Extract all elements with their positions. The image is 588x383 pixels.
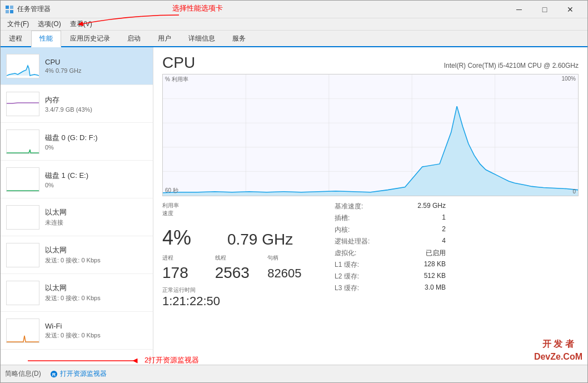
memory-sidebar-info: 内存 3.4/7.9 GB (43%) <box>45 95 147 113</box>
sidebar-item-wifi[interactable]: Wi-Fi 发送: 0 接收: 0 Kbps <box>1 312 153 350</box>
sidebar-item-disk1[interactable]: 磁盘 1 (C: E:) 0% <box>1 161 153 198</box>
right-stat-label-5: L1 缓存: <box>335 260 359 270</box>
thread-label: 线程 <box>215 254 266 262</box>
cpu-sidebar-info: CPU 4% 0.79 GHz <box>45 58 147 74</box>
cpu-panel: CPU Intel(R) Core(TM) i5-4210M CPU @ 2.6… <box>153 47 587 365</box>
eth1-sidebar-subtitle: 发送: 0 接收: 0 Kbps <box>45 256 147 265</box>
right-stat-value-4: 已启用 <box>426 248 446 258</box>
eth0-mini-chart <box>6 205 39 230</box>
menu-file[interactable]: 文件(F) <box>3 18 33 30</box>
eth1-sidebar-info: 以太网 发送: 0 接收: 0 Kbps <box>45 245 147 265</box>
brief-info-label[interactable]: 简略信息(D) <box>5 369 41 379</box>
svg-rect-11 <box>7 319 39 342</box>
thread-value: 2563 <box>215 264 266 282</box>
disk1-sidebar-title: 磁盘 1 (C: E:) <box>45 171 147 181</box>
right-stat-value-3: 4 <box>442 237 446 246</box>
maximize-button[interactable]: □ <box>532 1 557 18</box>
right-stat-label-0: 基准速度: <box>335 202 363 211</box>
disk1-sidebar-info: 磁盘 1 (C: E:) 0% <box>45 171 147 188</box>
right-stat-label-6: L2 缓存: <box>335 272 359 281</box>
eth0-sidebar-title: 以太网 <box>45 207 147 217</box>
svg-rect-7 <box>7 168 39 191</box>
close-button[interactable]: ✕ <box>557 1 583 18</box>
wifi-sidebar-title: Wi-Fi <box>45 322 147 330</box>
bottom-bar: 简略信息(D) R 打开资源监视器 <box>1 365 587 382</box>
svg-rect-3 <box>10 10 13 13</box>
menu-bar: 文件(F) 选项(O) 查看(V) <box>1 18 587 31</box>
tab-performance[interactable]: 性能 <box>31 31 61 47</box>
sidebar-item-eth1[interactable]: 以太网 发送: 0 接收: 0 Kbps <box>1 236 153 274</box>
eth1-sidebar-title: 以太网 <box>45 245 147 255</box>
utilization-label: 利用率 <box>162 202 240 210</box>
svg-rect-1 <box>10 6 13 9</box>
cpu-mini-chart <box>6 54 39 78</box>
sidebar-item-cpu[interactable]: CPU 4% 0.79 GHz <box>1 47 153 85</box>
speed-value-display: 0.79 GHz <box>227 231 318 248</box>
svg-rect-5 <box>7 92 39 116</box>
tab-startup[interactable]: 启动 <box>119 31 149 46</box>
right-stat-label-4: 虚拟化: <box>335 248 356 258</box>
memory-sidebar-title: 内存 <box>45 95 147 105</box>
disk1-sidebar-subtitle: 0% <box>45 182 147 188</box>
eth0-sidebar-info: 以太网 未连接 <box>45 207 147 227</box>
chart-y-max: 100% <box>561 76 576 82</box>
right-stat-value-2: 2 <box>442 225 446 235</box>
menu-options[interactable]: 选项(O) <box>33 18 65 30</box>
sidebar-item-eth0[interactable]: 以太网 未连接 <box>1 198 153 236</box>
eth2-sidebar-subtitle: 发送: 0 接收: 0 Kbps <box>45 294 147 302</box>
chart-y-label: % 利用率 <box>165 76 188 83</box>
cpu-chart: % 利用率 100% 60 秒 0 <box>162 74 579 196</box>
right-stat-row-1: 插槽:1 <box>335 213 446 223</box>
right-stat-label-7: L3 缓存: <box>335 283 359 293</box>
resource-monitor-icon: R <box>50 370 58 378</box>
eth2-mini-chart <box>6 281 39 305</box>
eth1-mini-chart <box>6 243 39 267</box>
sidebar-item-eth2[interactable]: 以太网 发送: 0 接收: 0 Kbps <box>1 274 153 312</box>
right-stat-value-0: 2.59 GHz <box>417 202 446 211</box>
tab-app-history[interactable]: 应用历史记录 <box>62 31 118 46</box>
svg-rect-9 <box>7 243 39 267</box>
eth2-sidebar-info: 以太网 发送: 0 接收: 0 Kbps <box>45 283 147 302</box>
svg-marker-20 <box>163 106 578 196</box>
right-stat-row-5: L1 缓存:128 KB <box>335 260 446 270</box>
app-icon <box>5 5 14 14</box>
right-stat-row-2: 内核:2 <box>335 225 446 235</box>
speed-label: 速度 <box>162 210 240 217</box>
utilization-value: 4% <box>162 226 191 249</box>
chart-x-label: 60 秒 <box>165 187 178 195</box>
eth0-sidebar-subtitle: 未连接 <box>45 218 147 227</box>
right-stat-value-6: 512 KB <box>424 272 446 281</box>
uptime-label: 正常运行时间 <box>162 286 318 294</box>
disk1-mini-chart <box>6 167 39 192</box>
right-stat-value-7: 3.0 MB <box>425 283 446 293</box>
minimize-button[interactable]: ─ <box>506 1 532 18</box>
right-stat-value-1: 1 <box>442 213 446 223</box>
utilization-value-display: 4% <box>162 226 216 250</box>
wifi-sidebar-info: Wi-Fi 发送: 0 接收: 0 Kbps <box>45 322 147 340</box>
tab-details[interactable]: 详细信息 <box>180 31 223 46</box>
wifi-sidebar-subtitle: 发送: 0 接收: 0 Kbps <box>45 331 147 340</box>
disk0-sidebar-info: 磁盘 0 (G: D: F:) 0% <box>45 133 147 151</box>
cpu-sidebar-title: CPU <box>45 58 147 66</box>
window-title: 任务管理器 <box>17 4 506 14</box>
svg-rect-10 <box>7 281 39 305</box>
cpu-name: Intel(R) Core(TM) i5-4210M CPU @ 2.60GHz <box>444 62 579 69</box>
menu-view[interactable]: 查看(V) <box>66 18 97 30</box>
panel-title: CPU <box>162 54 195 72</box>
memory-sidebar-subtitle: 3.4/7.9 GB (43%) <box>45 106 147 113</box>
tab-services[interactable]: 服务 <box>224 31 254 46</box>
right-stat-row-4: 虚拟化:已启用 <box>335 248 446 258</box>
sidebar: CPU 4% 0.79 GHz 内存 3.4/7.9 GB (43%) <box>1 47 153 365</box>
open-resource-monitor-button[interactable]: 打开资源监视器 <box>60 369 107 379</box>
handle-value: 82605 <box>267 264 318 282</box>
sidebar-item-memory[interactable]: 内存 3.4/7.9 GB (43%) <box>1 85 153 123</box>
tab-users[interactable]: 用户 <box>150 31 180 46</box>
tab-process[interactable]: 进程 <box>1 31 31 46</box>
svg-text:R: R <box>52 372 56 377</box>
disk0-mini-chart <box>6 130 39 154</box>
svg-rect-6 <box>7 130 39 153</box>
memory-mini-chart <box>6 92 39 116</box>
sidebar-item-disk0[interactable]: 磁盘 0 (G: D: F:) 0% <box>1 123 153 161</box>
right-stat-label-2: 内核: <box>335 225 350 235</box>
right-stats: 基准速度:2.59 GHz插槽:1内核:2逻辑处理器:4虚拟化:已启用L1 缓存… <box>335 202 446 309</box>
